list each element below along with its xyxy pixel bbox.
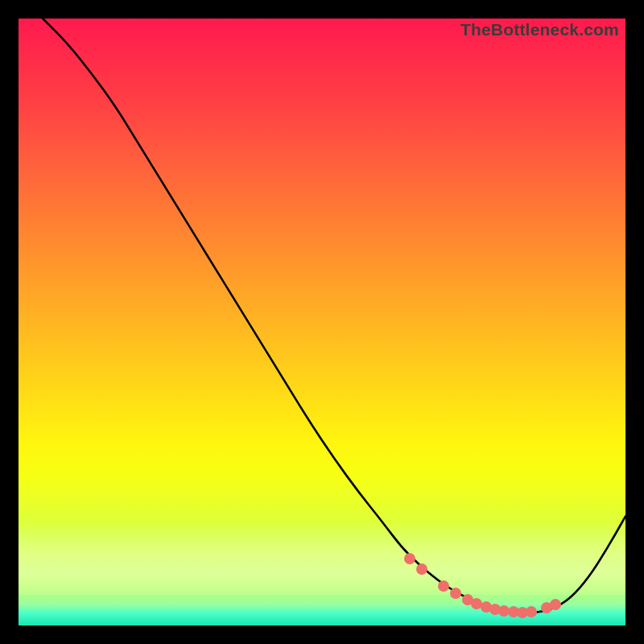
highlight-dot <box>438 580 449 592</box>
curve-svg <box>19 19 625 625</box>
plot-area: TheBottleneck.com <box>19 19 625 625</box>
watermark-text: TheBottleneck.com <box>460 20 619 39</box>
chart-frame: TheBottleneck.com <box>0 0 644 644</box>
highlight-dot <box>450 588 461 599</box>
bottleneck-curve <box>43 19 625 613</box>
